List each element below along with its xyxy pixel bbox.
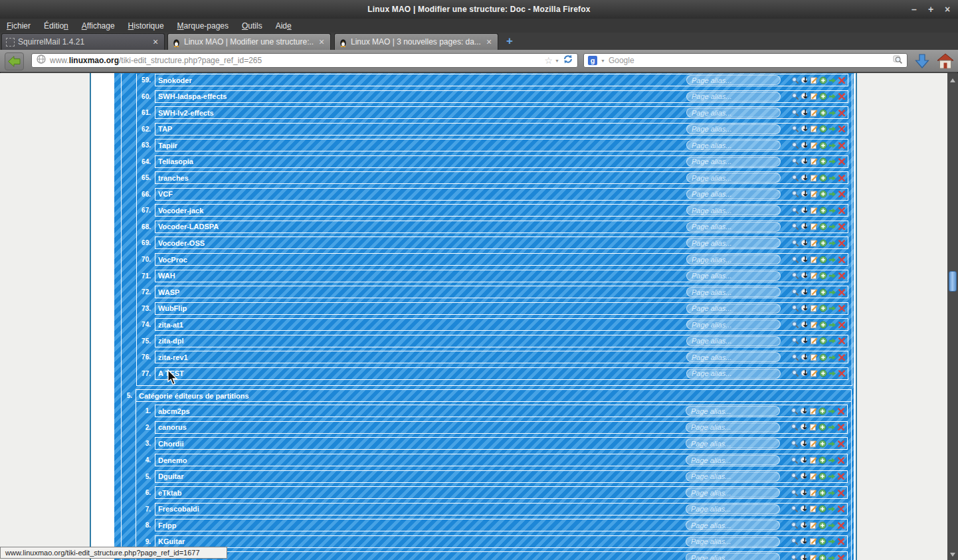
page-row[interactable]: WAH [155, 270, 848, 282]
menu-item[interactable]: Historique [122, 19, 171, 33]
delete-icon[interactable] [838, 174, 846, 182]
delete-icon[interactable] [838, 207, 846, 215]
delete-icon[interactable] [838, 369, 846, 377]
delete-icon[interactable] [838, 190, 846, 198]
magnifier-icon[interactable] [791, 472, 799, 480]
move-arrow-icon[interactable] [828, 472, 836, 480]
move-arrow-icon[interactable] [828, 337, 836, 345]
move-arrow-icon[interactable] [828, 489, 836, 497]
magnifier-icon[interactable] [791, 456, 799, 464]
add-page-icon[interactable] [819, 288, 827, 296]
page-alias-input[interactable] [686, 205, 781, 215]
magnifier-icon[interactable] [791, 76, 799, 84]
delete-icon[interactable] [837, 489, 845, 497]
add-page-icon[interactable] [819, 337, 827, 345]
add-page-icon[interactable] [818, 505, 826, 513]
magnifier-icon[interactable] [791, 304, 799, 312]
move-page-icon[interactable] [800, 521, 808, 529]
delete-icon[interactable] [838, 223, 846, 231]
magnifier-icon[interactable] [791, 489, 799, 497]
tab-close-icon[interactable]: × [317, 37, 326, 47]
magnifier-icon[interactable] [791, 92, 799, 100]
vertical-scrollbar[interactable] [947, 73, 958, 560]
page-row[interactable]: Denemo [155, 454, 848, 466]
magnifier-icon[interactable] [791, 554, 799, 560]
add-page-icon[interactable] [819, 239, 827, 247]
add-page-icon[interactable] [818, 456, 826, 464]
delete-icon[interactable] [837, 456, 845, 464]
move-arrow-icon[interactable] [828, 125, 836, 133]
page-alias-input[interactable] [686, 438, 780, 448]
edit-icon[interactable] [810, 109, 818, 117]
tab-nouvelles-pages[interactable]: Linux MAO | 3 nouvelles pages: da... × [334, 33, 498, 50]
move-page-icon[interactable] [800, 440, 808, 448]
delete-icon[interactable] [838, 239, 846, 247]
page-row[interactable]: SWH-lv2-effects [155, 106, 848, 119]
magnifier-icon[interactable] [791, 109, 799, 117]
move-arrow-icon[interactable] [828, 304, 836, 312]
edit-icon[interactable] [809, 472, 817, 480]
page-alias-input[interactable] [686, 92, 781, 102]
search-bar[interactable]: g ▼ Google [583, 53, 908, 68]
magnifier-icon[interactable] [791, 321, 799, 329]
edit-icon[interactable] [809, 423, 817, 431]
back-button[interactable] [5, 52, 24, 70]
menu-item[interactable]: Aide [269, 19, 298, 33]
move-page-icon[interactable] [801, 304, 809, 312]
edit-icon[interactable] [809, 407, 817, 415]
move-page-icon[interactable] [801, 92, 809, 100]
move-arrow-icon[interactable] [828, 321, 836, 329]
page-alias-input[interactable] [686, 124, 781, 134]
move-page-icon[interactable] [801, 369, 809, 377]
menu-item[interactable]: Affichage [75, 19, 122, 33]
magnifier-icon[interactable] [791, 521, 799, 529]
delete-icon[interactable] [838, 157, 846, 165]
page-alias-input[interactable] [686, 238, 781, 248]
move-arrow-icon[interactable] [828, 288, 836, 296]
edit-icon[interactable] [809, 440, 817, 448]
add-page-icon[interactable] [819, 174, 827, 182]
tab-close-icon[interactable]: × [484, 37, 494, 47]
page-row[interactable]: SWH-ladspa-effects [155, 90, 848, 103]
move-arrow-icon[interactable] [828, 207, 836, 215]
move-page-icon[interactable] [801, 174, 809, 182]
scrollbar-thumb[interactable] [949, 271, 957, 292]
page-row[interactable]: abcm2ps [155, 405, 848, 417]
page-alias-input[interactable] [686, 222, 781, 232]
magnifier-icon[interactable] [791, 337, 799, 345]
page-row[interactable]: Chordii [155, 437, 848, 450]
delete-icon[interactable] [837, 554, 845, 560]
edit-icon[interactable] [810, 174, 818, 182]
add-page-icon[interactable] [819, 125, 827, 133]
tab-squirrelmail[interactable]: SquirrelMail 1.4.21 × [1, 33, 165, 50]
tab-modifier-structure-active[interactable]: Linux MAO | Modifier une structure:... × [167, 33, 331, 50]
delete-icon[interactable] [838, 288, 846, 296]
add-page-icon[interactable] [819, 207, 827, 215]
delete-icon[interactable] [838, 321, 846, 329]
add-page-icon[interactable] [818, 440, 826, 448]
edit-icon[interactable] [810, 321, 818, 329]
magnifier-icon[interactable] [791, 369, 799, 377]
delete-icon[interactable] [838, 76, 846, 84]
add-page-icon[interactable] [818, 489, 826, 497]
add-page-icon[interactable] [819, 92, 827, 100]
move-arrow-icon[interactable] [828, 141, 836, 149]
move-arrow-icon[interactable] [828, 440, 836, 448]
page-row[interactable]: WASP [155, 286, 848, 298]
page-row[interactable]: Frescobaldi [155, 503, 848, 515]
edit-icon[interactable] [810, 190, 818, 198]
edit-icon[interactable] [810, 157, 818, 165]
page-alias-input[interactable] [686, 108, 781, 118]
move-arrow-icon[interactable] [828, 554, 836, 560]
delete-icon[interactable] [837, 521, 845, 529]
move-arrow-icon[interactable] [828, 174, 836, 182]
page-row[interactable]: Dguitar [155, 470, 848, 483]
add-page-icon[interactable] [819, 190, 827, 198]
move-arrow-icon[interactable] [828, 537, 836, 545]
page-alias-input[interactable] [686, 406, 780, 416]
page-alias-input[interactable] [686, 472, 780, 482]
move-page-icon[interactable] [801, 321, 809, 329]
edit-icon[interactable] [810, 337, 818, 345]
page-alias-input[interactable] [686, 455, 780, 465]
magnifier-icon[interactable] [791, 223, 799, 231]
